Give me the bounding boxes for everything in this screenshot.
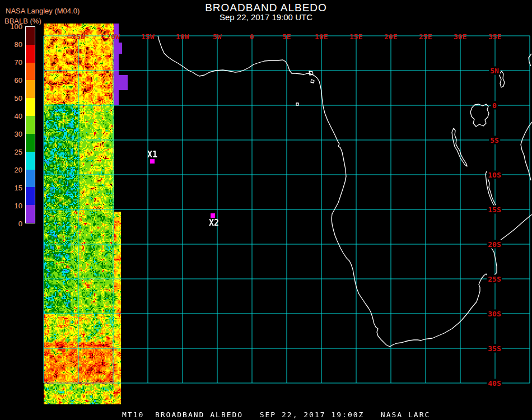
lon-label: 35E <box>488 32 501 41</box>
legend-color-segment <box>26 27 35 45</box>
legend-tick: 60 <box>1 77 22 85</box>
page-subtitle: Sep 22, 2017 19:00 UTC <box>0 12 532 22</box>
legend-tick: 40 <box>1 113 22 120</box>
coastline <box>521 122 532 180</box>
legend-tick: 30 <box>1 130 22 138</box>
legend-tick: 0 <box>1 220 22 228</box>
lat-label: 15S <box>487 206 502 214</box>
lon-label: 20E <box>384 32 397 41</box>
marker-dot-x2[interactable] <box>211 213 215 218</box>
legend-tick: 15 <box>1 184 22 192</box>
lake-outline <box>500 71 505 87</box>
legend-tick: 10 <box>1 202 22 210</box>
albedo-swath-canvas <box>44 24 128 405</box>
legend-tick: 25 <box>1 148 22 156</box>
legend-color-segment <box>26 187 35 205</box>
legend-color-segment <box>26 134 35 152</box>
status-bar: MT10 BROADBAND ALBEDO SEP 22, 2017 19:00… <box>122 410 430 419</box>
lake-outline <box>452 128 467 166</box>
lat-label: 5S <box>489 136 500 144</box>
legend-tick: 80 <box>1 41 22 49</box>
legend-color-segment <box>26 45 35 63</box>
legend-color-segment <box>26 116 35 134</box>
legend-colorbar <box>25 26 35 223</box>
lat-label: 25S <box>487 275 502 283</box>
lon-label: 15W <box>141 32 154 41</box>
legend-tick: 100 <box>1 23 22 31</box>
lon-label: 30E <box>454 32 466 41</box>
lon-label: 10W <box>176 32 189 41</box>
lat-label: 20S <box>487 240 502 249</box>
albedo-map-app: BROADBAND ALBEDO Sep 22, 2017 19:00 UTC … <box>0 0 532 420</box>
legend-color-segment <box>26 152 35 170</box>
lon-label: 20W <box>106 32 119 41</box>
lon-label: 0 <box>250 32 254 41</box>
lon-label: 5W <box>213 32 222 41</box>
lake-outline <box>311 80 314 83</box>
lon-label: 25W <box>72 32 85 41</box>
legend-color-segment <box>26 98 35 116</box>
coastline <box>158 36 532 347</box>
lon-label: 25E <box>419 32 432 41</box>
legend-tick: 20 <box>1 166 22 174</box>
legend-color-segment <box>26 170 35 188</box>
legend-color-segment <box>26 63 35 81</box>
lat-label: 35S <box>487 344 502 353</box>
legend-color-segment <box>26 205 35 223</box>
lat-label: 40S <box>487 379 502 388</box>
legend-tick: 70 <box>1 59 22 67</box>
status-caption: MT10 BROADBAND ALBEDO SEP 22, 2017 19:00… <box>122 410 430 419</box>
lon-label: 10E <box>315 32 328 41</box>
lat-label: 5N <box>489 67 500 75</box>
lon-label: 5E <box>282 32 291 41</box>
legend-tick: 50 <box>1 95 22 102</box>
lon-label: 15E <box>349 32 362 41</box>
lake-outline <box>296 103 298 105</box>
marker-label-x1: X1 <box>147 150 157 160</box>
lat-label: 30S <box>487 310 502 318</box>
legend-color-segment <box>26 80 35 98</box>
lat-label: 0 <box>491 101 498 110</box>
marker-label-x2: X2 <box>209 218 219 228</box>
lat-label: 10S <box>487 171 502 179</box>
coastline <box>529 54 531 66</box>
lake-outline <box>309 71 313 75</box>
marker-dot-x1[interactable] <box>150 159 155 164</box>
source-label: NASA Langley (M04.0) <box>6 7 80 15</box>
lake-outline <box>470 104 489 127</box>
